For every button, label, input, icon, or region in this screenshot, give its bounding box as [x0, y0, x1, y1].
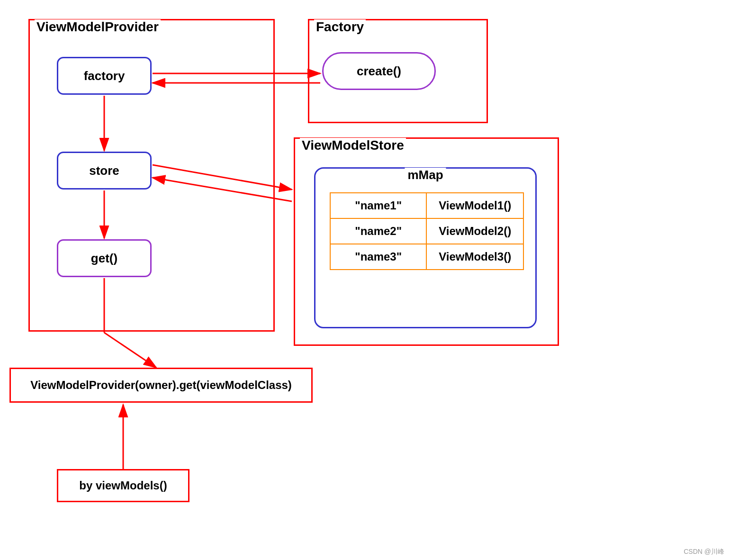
- mmap-value: ViewModel2(): [426, 218, 523, 244]
- get-node: get(): [57, 239, 152, 277]
- mmap-key: "name1": [330, 193, 426, 218]
- byvm-box: by viewModels(): [57, 469, 189, 502]
- mmap-label: mMap: [405, 168, 446, 182]
- mmap-key: "name2": [330, 218, 426, 244]
- mmap-key: "name3": [330, 244, 426, 270]
- diagram-container: ViewModelProvider factory store get() Fa…: [0, 0, 730, 560]
- svg-line-9: [104, 333, 156, 368]
- mmap-table: "name1"ViewModel1()"name2"ViewModel2()"n…: [330, 192, 524, 270]
- vmpget-box: ViewModelProvider(owner).get(viewModelCl…: [9, 368, 313, 403]
- vmp-label: ViewModelProvider: [35, 19, 161, 35]
- watermark: CSDN @川峰: [684, 548, 724, 556]
- vms-outer-box: ViewModelStore mMap "name1"ViewModel1()"…: [294, 137, 559, 346]
- mmap-value: ViewModel3(): [426, 244, 523, 270]
- factory-label: Factory: [314, 19, 366, 35]
- mmap-box: mMap "name1"ViewModel1()"name2"ViewModel…: [314, 167, 537, 328]
- store-node: store: [57, 152, 152, 190]
- vms-label: ViewModelStore: [300, 138, 406, 153]
- factory-node: factory: [57, 57, 152, 95]
- create-node: create(): [322, 52, 436, 90]
- mmap-value: ViewModel1(): [426, 193, 523, 218]
